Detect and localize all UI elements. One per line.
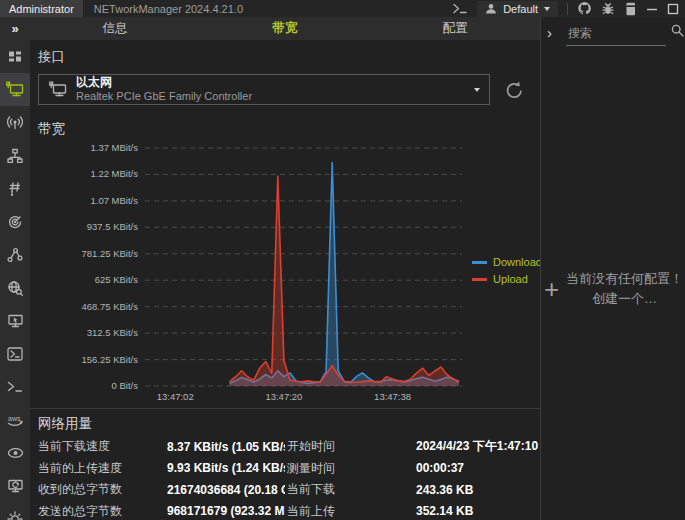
- sidebar-item-network-interface[interactable]: [0, 73, 30, 106]
- titlebar: Administrator NETworkManager 2024.4.21.0…: [0, 0, 685, 17]
- sidebar-item-remote-desktop[interactable]: [0, 304, 30, 337]
- sidebar-item-ping-monitor[interactable]: [0, 205, 30, 238]
- monitor-sync-icon: [7, 478, 24, 494]
- stat-value: 21674036684 (20.18 GB): [167, 483, 285, 497]
- chevron-down-icon: [544, 7, 550, 11]
- sidebar-item-putty[interactable]: [0, 370, 30, 403]
- svg-text:13:47:38: 13:47:38: [374, 391, 411, 402]
- stat-label: 当前上传: [287, 503, 416, 520]
- legend-upload: Upload: [472, 273, 542, 285]
- sidebar-item-wifi[interactable]: [0, 106, 30, 139]
- eye-icon: [7, 447, 24, 459]
- profile-selector[interactable]: Default: [477, 1, 558, 17]
- upload-line-swatch: [472, 278, 487, 281]
- stat-label: 收到的总字节数: [38, 481, 167, 498]
- terminal-icon[interactable]: [453, 1, 468, 17]
- stat-label: 测量时间: [287, 460, 416, 477]
- admin-badge: Administrator: [0, 0, 83, 17]
- sidebar-item-ip-scanner[interactable]: [0, 139, 30, 172]
- app-title: NETworkManager 2024.4.21.0: [94, 3, 243, 15]
- svg-text:468.75 KBit/s: 468.75 KBit/s: [81, 301, 138, 312]
- github-icon[interactable]: [577, 1, 592, 17]
- titlebar-actions: Default: [453, 1, 685, 17]
- legend-download-label: Download: [493, 256, 542, 268]
- adapter-texts: 以太网 Realtek PCIe GbE Family Controller: [76, 75, 252, 104]
- bug-report-icon[interactable]: [601, 1, 615, 17]
- refresh-button[interactable]: [502, 78, 526, 102]
- svg-text:625 KBit/s: 625 KBit/s: [95, 274, 139, 285]
- stat-value: 9.93 KBit/s (1.24 KB/s): [167, 461, 285, 475]
- sidebar-item-port-scanner[interactable]: [0, 172, 30, 205]
- stat-value: 968171679 (923.32 MB): [167, 504, 285, 518]
- profiles-empty-message: 当前没有任何配置！ 创建一个…: [566, 269, 683, 308]
- stat-row: 当前下载速度 8.37 KBit/s (1.05 KB/s) 开始时间 2024…: [30, 436, 540, 458]
- adapter-description: Realtek PCIe GbE Family Controller: [76, 90, 252, 104]
- stat-row: 当前的上传速度 9.93 KBit/s (1.24 KB/s) 测量时间 00:…: [30, 458, 540, 480]
- legend-upload-label: Upload: [493, 273, 528, 285]
- maximize-button[interactable]: [667, 1, 679, 17]
- minimize-button[interactable]: [646, 1, 658, 17]
- traceroute-nodes-icon: [7, 247, 23, 263]
- stat-label: 当前下载: [287, 481, 416, 498]
- port-scanner-icon: [7, 181, 23, 197]
- sidebar-item-aws-session-manager[interactable]: aws: [0, 403, 30, 436]
- terminal-prompt-icon: [7, 381, 23, 393]
- interface-section-title: 接口: [38, 48, 65, 66]
- stat-label: 开始时间: [287, 438, 416, 455]
- refresh-icon: [504, 80, 525, 101]
- titlebar-divider: [567, 3, 568, 15]
- stat-value: 243.36 KB: [416, 483, 473, 497]
- add-profile-button[interactable]: +: [544, 276, 559, 302]
- svg-text:781.25 KBit/s: 781.25 KBit/s: [81, 248, 138, 259]
- sidebar-item-web-console[interactable]: [0, 469, 30, 502]
- network-interface-icon: [6, 81, 24, 98]
- release-notes-icon[interactable]: [624, 1, 637, 17]
- stat-row: 发送的总字节数 968171679 (923.32 MB) 当前上传 352.1…: [30, 501, 540, 520]
- stat-label: 当前的上传速度: [38, 460, 167, 477]
- powershell-icon: [7, 347, 23, 361]
- chevron-down-icon: [474, 88, 480, 92]
- network-topology-icon: [7, 148, 23, 164]
- svg-text:aws: aws: [8, 415, 21, 422]
- app-window: Administrator NETworkManager 2024.4.21.0…: [0, 0, 685, 520]
- sidebar-item-powershell[interactable]: [0, 337, 30, 370]
- panel-collapse-button[interactable]: ›: [547, 25, 552, 40]
- remote-desktop-icon: [7, 313, 24, 329]
- svg-text:937.5 KBit/s: 937.5 KBit/s: [87, 221, 138, 232]
- ping-radar-icon: [7, 214, 23, 230]
- user-icon: [485, 3, 497, 15]
- sidebar-item-dashboard[interactable]: [0, 40, 30, 73]
- network-interface-icon: [49, 81, 67, 98]
- bandwidth-chart: 0 Bit/s156.25 KBit/s312.5 KBit/s468.75 K…: [30, 138, 510, 404]
- stat-label: 发送的总字节数: [38, 503, 167, 520]
- stat-row: 收到的总字节数 21674036684 (20.18 GB) 当前下载 243.…: [30, 479, 540, 501]
- svg-text:312.5 KBit/s: 312.5 KBit/s: [87, 327, 138, 338]
- section-divider: [30, 408, 540, 409]
- sidebar-item-discovery-protocol[interactable]: [0, 436, 30, 469]
- svg-text:1.22 MBit/s: 1.22 MBit/s: [90, 168, 138, 179]
- sidebar: aws: [0, 40, 30, 520]
- adapter-select[interactable]: 以太网 Realtek PCIe GbE Family Controller: [38, 74, 490, 105]
- search-input[interactable]: [566, 21, 666, 46]
- stat-value: 2024/4/23 下午1:47:10: [416, 438, 538, 455]
- bandwidth-section-title: 带宽: [38, 120, 65, 138]
- usage-section-title: 网络用量: [38, 415, 92, 433]
- stat-value: 00:00:37: [416, 461, 464, 475]
- main-content: 接口 以太网 Realtek PCIe GbE Family Controlle…: [30, 40, 540, 520]
- svg-text:1.37 MBit/s: 1.37 MBit/s: [90, 142, 138, 153]
- svg-text:13:47:02: 13:47:02: [157, 391, 194, 402]
- stat-label: 当前下载速度: [38, 438, 167, 455]
- sidebar-expander-button[interactable]: »: [0, 17, 30, 40]
- download-line-swatch: [472, 261, 487, 264]
- tab-profiles[interactable]: 配置: [370, 17, 540, 40]
- sidebar-item-traceroute[interactable]: [0, 238, 30, 271]
- profiles-panel: › + 当前没有任何配置！ 创建一个…: [540, 17, 685, 520]
- svg-text:13:47:20: 13:47:20: [265, 391, 302, 402]
- tabs: 信息 带宽 配置: [30, 17, 540, 40]
- tab-bandwidth[interactable]: 带宽: [200, 17, 370, 40]
- sidebar-item-settings[interactable]: [0, 502, 30, 520]
- tab-info[interactable]: 信息: [30, 17, 200, 40]
- sidebar-item-dns-lookup[interactable]: [0, 271, 30, 304]
- dns-lookup-icon: [7, 280, 23, 296]
- svg-text:156.25 KBit/s: 156.25 KBit/s: [81, 354, 138, 365]
